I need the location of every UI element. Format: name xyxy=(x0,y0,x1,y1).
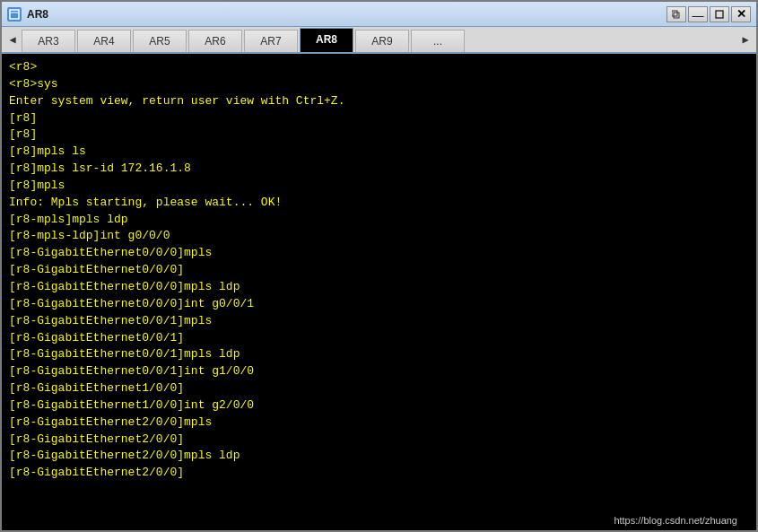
terminal-line: [r8-GigabitEthernet0/0/0]mpls xyxy=(9,245,749,262)
terminal-line: [r8]mpls ls xyxy=(9,144,749,161)
terminal-line: [r8-GigabitEthernet2/0/0]mpls xyxy=(9,414,749,432)
tab-ar9[interactable]: AR9 xyxy=(355,30,409,52)
tab-ar4[interactable]: AR4 xyxy=(77,30,131,52)
tabs-container: AR3 AR4 AR5 AR6 AR7 AR8 AR9 ... xyxy=(22,27,736,52)
svg-rect-3 xyxy=(672,11,677,16)
tab-bar: ◀ AR3 AR4 AR5 AR6 AR7 AR8 AR9 ... ▶ xyxy=(2,27,756,54)
app-icon xyxy=(7,7,22,22)
restore-button[interactable] xyxy=(667,6,686,22)
window-title: AR8 xyxy=(27,8,667,21)
close-button[interactable]: ✕ xyxy=(731,6,751,22)
terminal-line: [r8-GigabitEthernet2/0/0] xyxy=(9,432,749,449)
watermark: https://blog.csdn.net/zhuang xyxy=(611,514,740,527)
terminal-line: [r8] xyxy=(9,126,749,144)
tab-ar7[interactable]: AR7 xyxy=(244,30,298,52)
svg-rect-2 xyxy=(674,13,679,18)
terminal-line: [r8-GigabitEthernet1/0/0]int g2/0/0 xyxy=(9,397,749,414)
tab-scroll-left[interactable]: ◀ xyxy=(4,27,22,52)
tab-scroll-right[interactable]: ▶ xyxy=(736,27,754,52)
terminal-line: [r8-GigabitEthernet0/0/0]int g0/0/1 xyxy=(9,296,749,313)
terminal-line: [r8-GigabitEthernet2/0/0]mpls ldp xyxy=(9,448,749,465)
terminal[interactable]: <r8><r8>sysEnter system view, return use… xyxy=(2,54,756,530)
main-window: AR8 — ✕ ◀ AR3 AR4 AR5 xyxy=(0,0,758,532)
terminal-line: [r8-GigabitEthernet0/0/1]mpls ldp xyxy=(9,346,749,363)
terminal-line: [r8-mpls-ldp]int g0/0/0 xyxy=(9,228,749,245)
terminal-line: [r8-GigabitEthernet2/0/0] xyxy=(9,465,749,482)
terminal-line: [r8-GigabitEthernet0/0/1]mpls xyxy=(9,313,749,330)
terminal-line: Enter system view, return user view with… xyxy=(9,93,749,110)
terminal-line: [r8-GigabitEthernet0/0/0] xyxy=(9,262,749,279)
terminal-line: Info: Mpls starting, please wait... OK! xyxy=(9,195,749,212)
terminal-wrapper: <r8><r8>sysEnter system view, return use… xyxy=(2,54,756,530)
terminal-line: [r8-GigabitEthernet0/0/1]int g1/0/0 xyxy=(9,363,749,380)
tab-ar5[interactable]: AR5 xyxy=(133,30,187,52)
terminal-line: [r8-mpls]mpls ldp xyxy=(9,212,749,229)
maximize-button[interactable] xyxy=(710,6,729,22)
svg-rect-4 xyxy=(716,11,723,18)
tab-ar8[interactable]: AR8 xyxy=(300,28,353,52)
terminal-line: [r8] xyxy=(9,110,749,127)
terminal-line: <r8> xyxy=(9,59,749,76)
terminal-line: <r8>sys xyxy=(9,76,749,93)
terminal-line: [r8-GigabitEthernet1/0/0] xyxy=(9,380,749,397)
title-buttons: — ✕ xyxy=(667,6,751,22)
terminal-line: [r8]mpls lsr-id 172.16.1.8 xyxy=(9,161,749,178)
minimize-button[interactable]: — xyxy=(688,6,708,22)
terminal-line: [r8]mpls xyxy=(9,178,749,195)
terminal-line: [r8-GigabitEthernet0/0/1] xyxy=(9,330,749,347)
terminal-line: [r8-GigabitEthernet0/0/0]mpls ldp xyxy=(9,279,749,296)
tab-ar3[interactable]: AR3 xyxy=(22,30,75,52)
tab-more[interactable]: ... xyxy=(411,30,465,52)
svg-rect-0 xyxy=(10,10,19,19)
tab-ar6[interactable]: AR6 xyxy=(188,30,242,52)
title-bar: AR8 — ✕ xyxy=(2,2,756,27)
